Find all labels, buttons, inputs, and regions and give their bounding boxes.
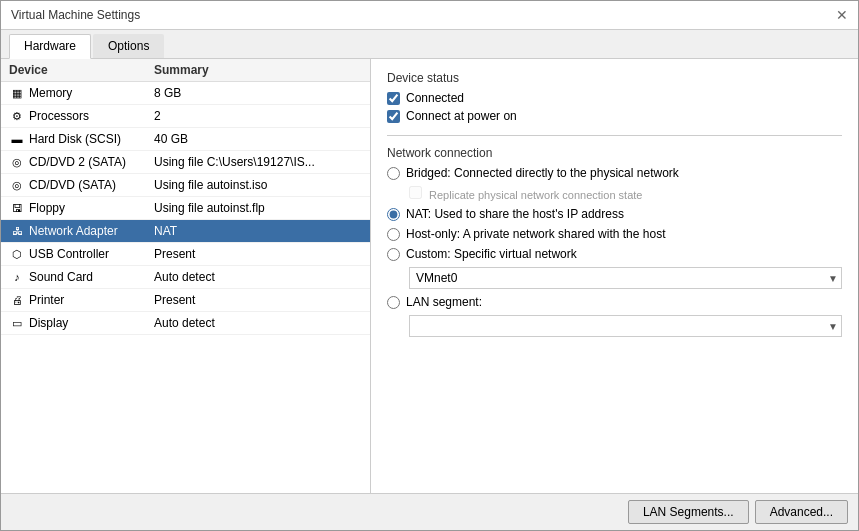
- replicate-checkbox: [409, 186, 422, 199]
- bridged-radio[interactable]: [387, 167, 400, 180]
- nat-row: NAT: Used to share the host's IP address: [387, 207, 842, 221]
- device-table: Device Summary ▦ Memory 8 GB ⚙ Processor…: [1, 59, 370, 493]
- device-summary: Present: [154, 247, 362, 261]
- device-name: USB Controller: [29, 247, 109, 261]
- header-device: Device: [9, 63, 154, 77]
- lan-dropdown-row: ▼: [409, 315, 842, 337]
- network-icon: 🖧: [9, 223, 25, 239]
- device-summary: 2: [154, 109, 362, 123]
- floppy-icon: 🖫: [9, 200, 25, 216]
- device-name: CD/DVD 2 (SATA): [29, 155, 126, 169]
- device-summary: Present: [154, 293, 362, 307]
- bridged-label: Bridged: Connected directly to the physi…: [406, 166, 679, 180]
- window-title: Virtual Machine Settings: [11, 8, 140, 22]
- device-summary: Using file C:\Users\19127\IS...: [154, 155, 362, 169]
- device-name: Display: [29, 316, 68, 330]
- replicate-label: Replicate physical network connection st…: [409, 186, 842, 201]
- device-status-title: Device status: [387, 71, 842, 85]
- lan-select[interactable]: [409, 315, 842, 337]
- vmnet-dropdown-wrapper: VMnet0 ▼: [409, 267, 842, 289]
- table-row[interactable]: 🖨 Printer Present: [1, 289, 370, 312]
- lan-segments-button[interactable]: LAN Segments...: [628, 500, 749, 524]
- table-row[interactable]: ⬡ USB Controller Present: [1, 243, 370, 266]
- device-name: Floppy: [29, 201, 65, 215]
- tab-hardware[interactable]: Hardware: [9, 34, 91, 59]
- device-summary: Using file autoinst.flp: [154, 201, 362, 215]
- usb-icon: ⬡: [9, 246, 25, 262]
- table-row[interactable]: ⚙ Processors 2: [1, 105, 370, 128]
- custom-label: Custom: Specific virtual network: [406, 247, 577, 261]
- cdrom-icon: ◎: [9, 177, 25, 193]
- device-summary: 8 GB: [154, 86, 362, 100]
- right-panel: Device status Connected Connect at power…: [371, 59, 858, 493]
- left-panel: Device Summary ▦ Memory 8 GB ⚙ Processor…: [1, 59, 371, 493]
- table-row[interactable]: ▭ Display Auto detect: [1, 312, 370, 335]
- table-row[interactable]: 🖧 Network Adapter NAT: [1, 220, 370, 243]
- device-name: Printer: [29, 293, 64, 307]
- advanced-button[interactable]: Advanced...: [755, 500, 848, 524]
- network-connection-section: Network connection Bridged: Connected di…: [387, 146, 842, 343]
- device-name: Sound Card: [29, 270, 93, 284]
- separator: [387, 135, 842, 136]
- main-content: Device Summary ▦ Memory 8 GB ⚙ Processor…: [1, 59, 858, 493]
- device-summary: 40 GB: [154, 132, 362, 146]
- network-connection-title: Network connection: [387, 146, 842, 160]
- device-name: Hard Disk (SCSI): [29, 132, 121, 146]
- footer: LAN Segments... Advanced...: [1, 493, 858, 530]
- table-row[interactable]: ▦ Memory 8 GB: [1, 82, 370, 105]
- host-only-radio[interactable]: [387, 228, 400, 241]
- table-row[interactable]: ◎ CD/DVD 2 (SATA) Using file C:\Users\19…: [1, 151, 370, 174]
- lan-segment-row: LAN segment:: [387, 295, 842, 309]
- display-icon: ▭: [9, 315, 25, 331]
- table-row[interactable]: ▬ Hard Disk (SCSI) 40 GB: [1, 128, 370, 151]
- device-summary: Auto detect: [154, 270, 362, 284]
- sound-icon: ♪: [9, 269, 25, 285]
- host-only-row: Host-only: A private network shared with…: [387, 227, 842, 241]
- device-summary: Using file autoinst.iso: [154, 178, 362, 192]
- device-status-section: Device status Connected Connect at power…: [387, 71, 842, 123]
- device-name: Network Adapter: [29, 224, 118, 238]
- bridged-row: Bridged: Connected directly to the physi…: [387, 166, 842, 180]
- close-icon[interactable]: ✕: [836, 7, 848, 23]
- processor-icon: ⚙: [9, 108, 25, 124]
- device-name: Processors: [29, 109, 89, 123]
- vmnet-dropdown-row: VMnet0 ▼: [409, 267, 842, 289]
- header-summary: Summary: [154, 63, 362, 77]
- device-summary: Auto detect: [154, 316, 362, 330]
- vmnet-select[interactable]: VMnet0: [409, 267, 842, 289]
- device-name: Memory: [29, 86, 72, 100]
- table-row[interactable]: 🖫 Floppy Using file autoinst.flp: [1, 197, 370, 220]
- lan-dropdown-wrapper: ▼: [409, 315, 842, 337]
- device-summary: NAT: [154, 224, 362, 238]
- connect-power-checkbox[interactable]: [387, 110, 400, 123]
- printer-icon: 🖨: [9, 292, 25, 308]
- disk-icon: ▬: [9, 131, 25, 147]
- lan-segment-radio[interactable]: [387, 296, 400, 309]
- connected-checkbox[interactable]: [387, 92, 400, 105]
- nat-label: NAT: Used to share the host's IP address: [406, 207, 624, 221]
- custom-radio[interactable]: [387, 248, 400, 261]
- tab-options[interactable]: Options: [93, 34, 164, 58]
- device-name: CD/DVD (SATA): [29, 178, 116, 192]
- lan-segment-label: LAN segment:: [406, 295, 482, 309]
- custom-row: Custom: Specific virtual network: [387, 247, 842, 261]
- nat-radio[interactable]: [387, 208, 400, 221]
- device-rows-container: ▦ Memory 8 GB ⚙ Processors 2 ▬ Hard Disk…: [1, 82, 370, 335]
- connect-power-label: Connect at power on: [406, 109, 517, 123]
- tab-bar: Hardware Options: [1, 30, 858, 59]
- device-table-header: Device Summary: [1, 59, 370, 82]
- host-only-label: Host-only: A private network shared with…: [406, 227, 665, 241]
- table-row[interactable]: ♪ Sound Card Auto detect: [1, 266, 370, 289]
- table-row[interactable]: ◎ CD/DVD (SATA) Using file autoinst.iso: [1, 174, 370, 197]
- memory-icon: ▦: [9, 85, 25, 101]
- connected-row: Connected: [387, 91, 842, 105]
- connected-label: Connected: [406, 91, 464, 105]
- cdrom-icon: ◎: [9, 154, 25, 170]
- title-bar: Virtual Machine Settings ✕: [1, 1, 858, 30]
- connect-power-row: Connect at power on: [387, 109, 842, 123]
